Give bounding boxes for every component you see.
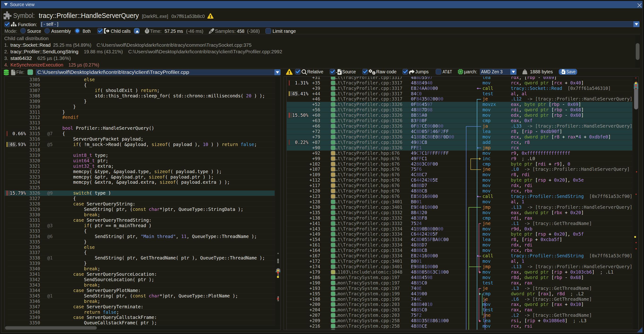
asm-row[interactable]: +186…mon\TracySystem.cpp:197448B4598movr… — [284, 275, 638, 280]
asm-source-location[interactable]: …t\TracyProfiler.cpp:3332 — [335, 210, 402, 215]
asm-row[interactable]: +154…t\TracyProfiler.cpp:33344C8D055FBA0… — [284, 237, 638, 242]
child-call-name[interactable]: KeSynchronizeExecution — [10, 62, 63, 68]
asm-source-location[interactable]: …t\TracyProfiler.hpp:676 — [335, 183, 400, 188]
asm-source-location[interactable]: …t\TracyProfiler.cpp:3334 — [335, 226, 402, 232]
source-line[interactable]: 3310 } — [4, 104, 280, 109]
file-square-icon[interactable] — [331, 81, 335, 85]
asm-row[interactable]: +135…t\TracyProfiler.cpp:33328B4320movea… — [284, 210, 638, 215]
source-line[interactable]: 3331 case ServerQueryThreadString: — [4, 217, 280, 223]
asm-row[interactable]: +209…mon\TracySystem.cpp:258488D35E88610… — [284, 318, 638, 323]
file-square-icon[interactable] — [331, 243, 335, 247]
asm-source-location[interactable]: …t\TracyProfiler.cpp:3326 — [335, 145, 402, 151]
source-line[interactable]: 3343 break; — [4, 282, 280, 288]
asm-row[interactable]: +216…mon\TracySystem.cpp:258488BCEmovrcx… — [284, 323, 638, 329]
file-square-icon[interactable] — [331, 248, 335, 252]
asm-row[interactable]: +107…t\TracyProfiler.hpp:67675F6jne.L0 -… — [284, 167, 638, 172]
source-line[interactable]: 3323 memcpy( &ptr, &payload.ptr, sizeof(… — [4, 174, 280, 180]
asm-row[interactable]: +179…1103\include\atomic:1048488B05B63C1… — [284, 269, 638, 275]
source-line[interactable]: 3307 if( shouldExit ) return; — [4, 88, 280, 93]
asm-row[interactable]: +195…mon\TracySystem.cpp:199443900cmpdwo… — [284, 291, 638, 297]
asm-row[interactable]: +198…mon\TracySystem.cpp:199744Cje.L6 ->… — [284, 297, 638, 302]
asm-source-location[interactable]: …t\TracyProfiler.cpp:3332 — [335, 221, 402, 226]
file-square-icon[interactable] — [331, 265, 335, 269]
source-line[interactable]: 3324 memcpy( &extra, &payload.extra, siz… — [4, 179, 280, 185]
asm-row[interactable]: +102…t\TracyProfiler.hpp:67642803C0F00cm… — [284, 161, 638, 167]
asm-row[interactable]: +99…t\TracyProfiler.hpp:67649FFC1incr9 ;… — [284, 156, 638, 161]
asm-row[interactable]: +72…t\TracyProfiler.cpp:33264C8D05F146F2… — [284, 129, 638, 134]
asm-row[interactable]: +161…t\TracyProfiler.cpp:3334488BD7movrd… — [284, 242, 638, 248]
source-line[interactable]: 3306 { — [4, 82, 280, 88]
child-call-item[interactable]: 2.tracy::Profiler::SendLongString19.88 m… — [0, 49, 633, 56]
file-square-icon[interactable] — [331, 124, 335, 128]
asm-row[interactable]: +149…t\TracyProfiler.cpp:3334C64424205Fm… — [284, 231, 638, 237]
file-combo-arrow-icon[interactable] — [274, 69, 280, 75]
asm-row[interactable]: +167…t\TracyProfiler.cpp:3334E824160000c… — [284, 253, 638, 259]
source-line[interactable]: 0.66%3315@7{ — [4, 131, 280, 136]
asm-row[interactable]: 45.41%+44…t\TracyProfiler.cpp:331784C0te… — [284, 91, 638, 96]
file-square-icon[interactable] — [331, 221, 335, 225]
source-line[interactable]: 3313 — [4, 120, 280, 126]
asm-row[interactable]: 1.31%+35…t\TracyProfiler.cpp:3317488B494… — [284, 80, 638, 86]
asm-row[interactable]: +46…t\TracyProfiler.cpp:33170F8435020000… — [284, 96, 638, 102]
relative-checkbox[interactable] — [295, 69, 301, 75]
source-line[interactable]: 3330 break; — [4, 212, 280, 217]
file-square-icon[interactable] — [331, 119, 335, 123]
source-line[interactable]: 3311} — [4, 109, 280, 115]
source-line[interactable]: 3349 case ServerQueryCallstackFrame: — [4, 315, 280, 320]
source-line[interactable]: 3339 } — [4, 261, 280, 266]
source-line[interactable]: 3340 break; — [4, 266, 280, 272]
asm-source-location[interactable]: …t\TracyProfiler.hpp:676 — [335, 161, 400, 167]
file-square-icon[interactable] — [331, 227, 335, 231]
asm-source-location[interactable]: …t\TracyProfiler.cpp:3317 — [335, 76, 402, 80]
source-line[interactable]: 3342 SendSourceLocation( ptr ); — [4, 277, 280, 282]
asm-source-location[interactable]: …t\TracyProfiler.hpp:676 — [335, 188, 400, 194]
asm-source-location[interactable]: …t\TracyProfiler.cpp:3326 — [335, 140, 402, 145]
source-checkbox[interactable] — [330, 69, 335, 75]
asm-source-location[interactable]: …t\TracyProfiler.cpp:3326 — [335, 134, 402, 140]
file-square-icon[interactable] — [331, 157, 335, 161]
asm-source-location[interactable]: …t\TracyProfiler.cpp:3326 — [335, 113, 402, 118]
asm-row[interactable]: +39…t\TracyProfiler.cpp:3317E824AA0000ca… — [284, 86, 638, 91]
file-square-icon[interactable] — [331, 108, 335, 112]
asm-source-location[interactable]: …t\TracyProfiler.cpp:3317 — [335, 91, 402, 96]
source-line[interactable]: 3347 case ServerQueryTerminate: — [4, 304, 280, 310]
asm-row[interactable]: +112…t\TracyProfiler.hpp:676C64424205Emo… — [284, 177, 638, 183]
file-square-icon[interactable] — [331, 211, 335, 215]
file-square-icon[interactable] — [331, 276, 335, 280]
source-line[interactable]: 3318 — [4, 147, 280, 153]
file-square-icon[interactable] — [331, 86, 335, 90]
source-line[interactable]: 15.79%3326@9 switch( type ) — [4, 190, 280, 196]
asm-source-location[interactable]: …t\TracyProfiler.cpp:3401 — [335, 204, 402, 210]
source-line[interactable]: 3328 case ServerQueryString: — [4, 201, 280, 207]
source-line[interactable]: 3332@3 if( ptr == m_mainThread ) — [4, 223, 280, 228]
file-square-icon[interactable] — [331, 92, 335, 96]
source-line[interactable]: 3327 { — [4, 196, 280, 201]
asm-source-location[interactable]: …t\TracyProfiler.cpp:3401 — [335, 199, 402, 204]
asm-row[interactable]: +174…t\TracyProfiler.cpp:3401E9B8010000j… — [284, 264, 638, 269]
asm-source-location[interactable]: …1103\include\atomic:1048 — [335, 269, 402, 275]
file-square-icon[interactable] — [331, 308, 335, 312]
asm-row[interactable]: +141…t\TracyProfiler.cpp:33327524jne.L1 … — [284, 221, 638, 226]
asm-source-location[interactable]: …t\TracyProfiler.cpp:3317 — [335, 86, 402, 91]
asm-row[interactable]: +90…t\TracyProfiler.cpp:3326FFE1jmprcx — [284, 145, 638, 151]
asm-source-location[interactable]: …t\TracyProfiler.cpp:3326 — [335, 107, 402, 113]
source-line[interactable]: 3344 case ServerQueryPlotName: — [4, 288, 280, 293]
child-call-name[interactable]: tracy::Profiler::SendLongString — [10, 49, 78, 54]
asm-row[interactable]: 15.50%+60…t\TracyProfiler.cpp:33268B55A0… — [284, 113, 638, 118]
source-line[interactable]: 3312#endif — [4, 115, 280, 120]
close-icon[interactable] — [638, 3, 642, 7]
asm-row[interactable]: +138…t\TracyProfiler.cpp:3332483BF8cmprd… — [284, 215, 638, 221]
source-vertical-scrollbar[interactable] — [275, 77, 280, 325]
file-square-icon[interactable] — [331, 297, 335, 301]
file-square-icon[interactable] — [331, 313, 335, 317]
asm-source-location[interactable]: …t\TracyProfiler.cpp:3401 — [335, 259, 402, 264]
asm-row[interactable]: +66…t\TracyProfiler.cpp:33260F87CE060000… — [284, 123, 638, 129]
source-line[interactable]: 3322 memcpy( &type, &payload.type, sizeo… — [4, 169, 280, 174]
file-color-square[interactable] — [28, 69, 33, 75]
source-line[interactable]: 3348 return false; — [4, 310, 280, 315]
file-square-icon[interactable] — [331, 130, 335, 134]
asm-source-location[interactable]: …mon\TracySystem.cpp:197 — [335, 275, 400, 280]
asm-source-location[interactable]: …t\TracyProfiler.cpp:3401 — [335, 264, 402, 269]
asm-source-location[interactable]: …t\TracyProfiler.cpp:3326 — [335, 102, 402, 107]
source-line[interactable]: 3338@1 SendString( ptr, GetThreadName( p… — [4, 255, 280, 261]
